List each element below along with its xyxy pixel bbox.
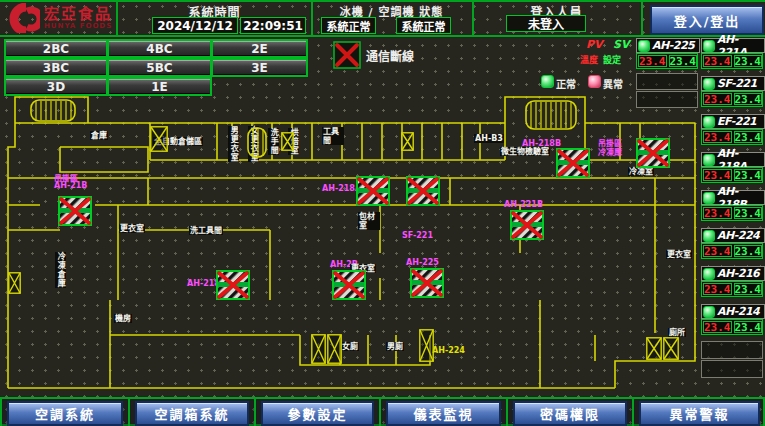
floor-button-3e[interactable]: 3E <box>211 58 308 77</box>
empty-slot <box>701 341 763 359</box>
unit-pv-value: 23.4 <box>703 321 732 333</box>
floor-button-5bc[interactable]: 5BC <box>107 58 212 77</box>
unit-values: 23.423.4 <box>701 281 763 297</box>
unit-led-icon <box>638 40 650 52</box>
bottom-separator <box>379 397 381 426</box>
unit-values: 23.423.4 <box>701 129 763 145</box>
plan-label: AH-218 <box>187 279 220 288</box>
door-x-icon <box>8 272 21 294</box>
unit-led-icon <box>703 78 715 90</box>
unit-ah-225[interactable]: AH-225 <box>636 38 700 53</box>
bottom-button-2[interactable]: 空調箱系統 <box>135 401 249 426</box>
normal-led-icon <box>541 75 554 88</box>
unit-ah-214[interactable]: AH-214 <box>701 304 765 319</box>
unit-sv-value: 23.4 <box>734 207 763 219</box>
plan-label: AH-224 <box>432 346 465 355</box>
stairs-icon <box>247 127 267 158</box>
ahu-device-offline-icon[interactable] <box>556 148 590 178</box>
bottom-separator <box>128 397 130 426</box>
plan-label: 機房 <box>114 314 132 323</box>
bottom-button-3[interactable]: 參數設定 <box>261 401 374 426</box>
frame-header-bottom <box>0 35 765 37</box>
unit-pv-value: 23.4 <box>703 169 732 181</box>
abnormal-led-icon <box>588 75 601 88</box>
floor-button-3bc[interactable]: 3BC <box>4 58 108 77</box>
sv-header: SV <box>613 38 629 51</box>
ahu-status-value: 系統正常 <box>396 17 451 34</box>
comm-fail-icon <box>333 41 361 69</box>
pv-header: PV <box>586 38 603 51</box>
floor-button-2bc[interactable]: 2BC <box>4 39 108 58</box>
unit-ah-218a[interactable]: AH-218A <box>701 152 765 167</box>
unit-name-label: EF-221 <box>717 115 756 128</box>
unit-name-label: AH-224 <box>717 229 759 242</box>
unit-pv-value: 23.4 <box>703 207 732 219</box>
ahu-device-offline-icon[interactable] <box>510 210 544 240</box>
unit-sv-value: 23.4 <box>734 321 763 333</box>
unit-pv-value: 23.4 <box>703 131 732 143</box>
bottom-button-5[interactable]: 密碼權限 <box>513 401 627 426</box>
unit-ah-224[interactable]: AH-224 <box>701 228 765 243</box>
door-x-icon <box>150 126 168 152</box>
unit-led-icon <box>703 116 715 128</box>
plan-label: AH-21B <box>54 181 87 190</box>
unit-pv-value: 23.4 <box>638 55 667 67</box>
logo-mark-icon <box>6 3 40 33</box>
unit-ah-221a[interactable]: AH-221A <box>701 38 765 53</box>
logo: 宏亞食品 HUNYA FOODS <box>6 2 116 34</box>
unit-pv-value: 23.4 <box>703 93 732 105</box>
unit-values: 23.423.4 <box>636 53 698 69</box>
ahu-device-offline-icon[interactable] <box>356 176 390 206</box>
unit-sv-value: 23.4 <box>669 55 698 67</box>
unit-name-label: AH-214 <box>717 305 759 318</box>
plan-label: AH-218B <box>522 139 561 148</box>
unit-values: 23.423.4 <box>701 53 763 69</box>
unit-led-icon <box>703 154 715 166</box>
unit-sf-221[interactable]: SF-221 <box>701 76 765 91</box>
bottom-button-6[interactable]: 異常警報 <box>639 401 760 426</box>
sep-login <box>641 0 643 36</box>
unit-ah-216[interactable]: AH-216 <box>701 266 765 281</box>
plan-label: 更衣室 <box>666 250 692 259</box>
plan-label: 冷凍室 <box>628 167 654 176</box>
unit-name-label: AH-216 <box>717 267 759 280</box>
ahu-device-offline-icon[interactable] <box>216 270 250 300</box>
ahu-device-offline-icon[interactable] <box>332 270 366 300</box>
logo-subtitle: HUNYA FOODS <box>44 22 112 30</box>
unit-values: 23.423.4 <box>701 205 763 221</box>
empty-slot <box>636 91 698 108</box>
floor-button-4bc[interactable]: 4BC <box>107 39 212 58</box>
ahu-device-offline-icon[interactable] <box>636 138 670 168</box>
plan-label: 倉庫 <box>90 131 108 140</box>
plan-label: SF-221 <box>402 231 433 240</box>
floor-button-2e[interactable]: 2E <box>211 39 308 58</box>
plan-label: 男更衣室 <box>228 126 239 162</box>
login-user-value: 未登入 <box>506 15 586 32</box>
bottom-button-4[interactable]: 儀表監視 <box>386 401 501 426</box>
unit-sv-value: 23.4 <box>734 169 763 181</box>
unit-values: 23.423.4 <box>701 167 763 183</box>
sv-sub-label: 設定 <box>603 53 621 66</box>
unit-values: 23.423.4 <box>701 243 763 259</box>
unit-ah-218b[interactable]: AH-218B <box>701 190 765 205</box>
unit-ef-221[interactable]: EF-221 <box>701 114 765 129</box>
plan-label: 洗手間 <box>268 128 279 155</box>
unit-led-icon <box>703 306 715 318</box>
ahu-device-offline-icon[interactable] <box>410 268 444 298</box>
stairs-icon <box>30 99 76 122</box>
login-logout-button[interactable]: 登入/登出 <box>650 5 764 35</box>
unit-led-icon <box>703 268 715 280</box>
ahu-device-offline-icon[interactable] <box>406 176 440 206</box>
unit-name-label: AH-225 <box>652 39 694 52</box>
unit-sv-value: 23.4 <box>734 245 763 257</box>
unit-name-label: SF-221 <box>717 77 757 90</box>
bottom-separator <box>632 397 634 426</box>
ahu-device-offline-icon[interactable] <box>58 196 92 226</box>
plan-label: 包材室 <box>358 212 380 230</box>
normal-label: 正常 <box>556 76 576 91</box>
bottom-separator <box>506 397 508 426</box>
bottom-button-1[interactable]: 空調系統 <box>7 401 123 426</box>
chiller-status-value: 系統正常 <box>321 17 376 34</box>
unit-sv-value: 23.4 <box>734 93 763 105</box>
hmi-screen: 宏亞食品 HUNYA FOODS 系統時間 2024/12/12 22:09:5… <box>0 0 765 426</box>
